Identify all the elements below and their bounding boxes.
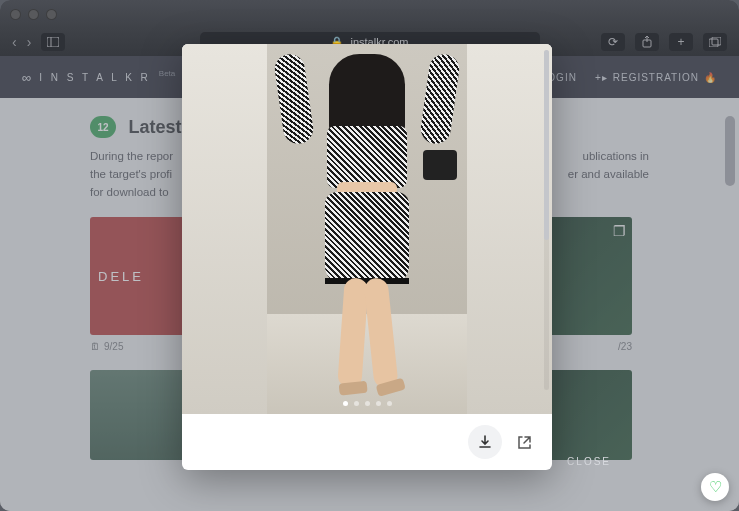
- modal-toolbar: Download to computer: [182, 414, 552, 470]
- new-tab-button[interactable]: +: [669, 33, 693, 51]
- modal-scrollbar[interactable]: [544, 50, 549, 390]
- forward-button[interactable]: ›: [27, 34, 32, 50]
- svg-rect-3: [709, 39, 718, 47]
- carousel-dots[interactable]: [182, 401, 552, 406]
- svg-rect-0: [47, 37, 59, 47]
- modal-image[interactable]: [182, 44, 552, 414]
- support-chat-button[interactable]: ♡: [701, 473, 729, 501]
- open-external-button[interactable]: [512, 430, 536, 454]
- traffic-light-close[interactable]: [10, 9, 21, 20]
- back-button[interactable]: ‹: [12, 34, 17, 50]
- download-icon: [478, 435, 492, 449]
- close-label[interactable]: CLOSE: [567, 456, 611, 467]
- download-button[interactable]: [468, 425, 502, 459]
- reload-button[interactable]: ⟳: [601, 33, 625, 51]
- svg-rect-4: [712, 37, 721, 45]
- share-button[interactable]: [635, 33, 659, 51]
- sidebar-button[interactable]: [41, 33, 65, 51]
- window-titlebar: [0, 0, 739, 28]
- traffic-light-minimize[interactable]: [28, 9, 39, 20]
- traffic-light-zoom[interactable]: [46, 9, 57, 20]
- shield-check-icon: ♡: [709, 478, 722, 496]
- image-modal: Download to computer: [182, 44, 552, 470]
- external-link-icon: [517, 435, 532, 450]
- tabs-button[interactable]: [703, 33, 727, 51]
